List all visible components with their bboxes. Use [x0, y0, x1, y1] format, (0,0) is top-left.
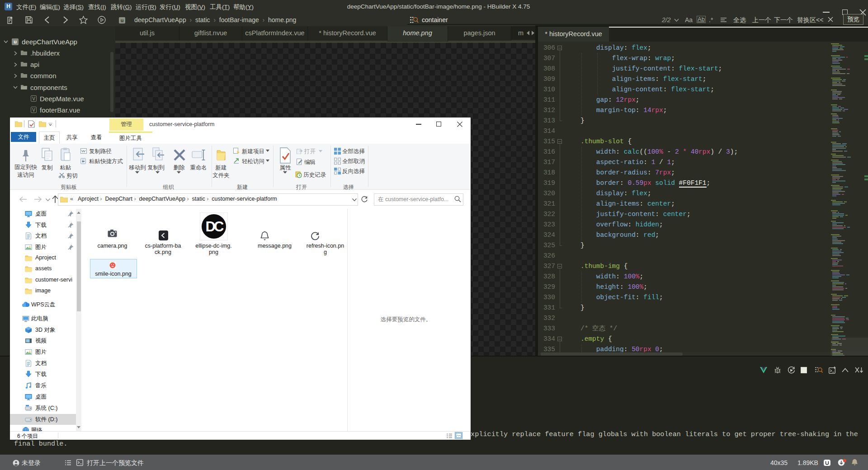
svg-text:DC: DC [206, 219, 224, 235]
